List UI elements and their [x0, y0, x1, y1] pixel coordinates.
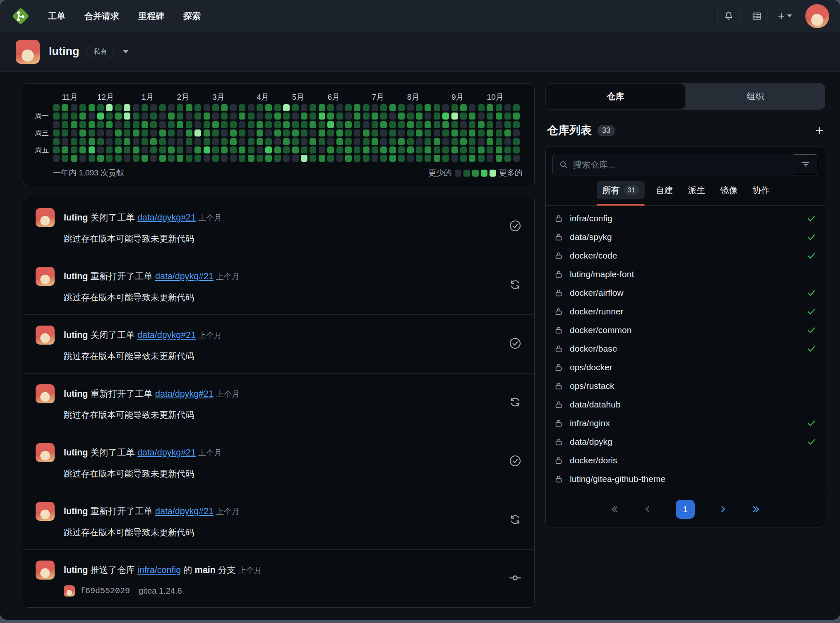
repo-row[interactable]: docker/doris	[546, 451, 825, 470]
filter-tab-镜像[interactable]: 镜像	[716, 181, 742, 199]
repo-row[interactable]: docker/code	[546, 246, 825, 265]
feed-user-link[interactable]: luting	[64, 271, 88, 281]
profile-dropdown-caret-icon[interactable]	[123, 50, 129, 53]
heatmap-cell	[142, 113, 148, 120]
feed-user-link[interactable]: luting	[64, 448, 88, 458]
pagination-first-button[interactable]	[610, 504, 619, 514]
heatmap-cell	[416, 113, 422, 120]
repo-row[interactable]: ops/docker	[546, 358, 825, 376]
feed-user-link[interactable]: luting	[64, 213, 88, 223]
feed-user-link[interactable]: luting	[64, 330, 88, 340]
heatmap-cell	[150, 138, 157, 145]
feed-user-link[interactable]: luting	[64, 389, 88, 399]
heatmap-cell	[416, 104, 422, 111]
heatmap-cell	[301, 138, 307, 145]
repo-row[interactable]: ops/rustack	[546, 376, 825, 395]
feed-target-link[interactable]: data/dpykg#21	[155, 506, 214, 516]
pagination-last-button[interactable]	[751, 504, 761, 514]
nav-link[interactable]: 合并请求	[84, 10, 119, 22]
filter-tab-派生[interactable]: 派生	[684, 181, 709, 199]
heatmap-cell	[504, 113, 511, 120]
repo-row[interactable]: docker/base	[546, 339, 825, 358]
heatmap-cell	[115, 138, 122, 145]
heatmap-cell	[301, 155, 307, 162]
heatmap-cell	[496, 155, 502, 162]
user-avatar[interactable]	[805, 4, 829, 28]
repo-row[interactable]: luting/maple-font	[546, 265, 825, 283]
pagination-prev-button[interactable]	[643, 504, 653, 514]
feed-user-link[interactable]: luting	[64, 565, 88, 575]
tab-organizations[interactable]: 组织	[686, 83, 825, 110]
repo-row[interactable]: docker/common	[546, 321, 825, 339]
heatmap-cell	[106, 129, 113, 137]
notifications-button[interactable]	[718, 5, 740, 27]
heatmap-cell	[434, 155, 440, 162]
feed-avatar[interactable]	[36, 267, 55, 286]
heatmap-cell	[89, 138, 95, 145]
filter-tab-所有[interactable]: 所有31	[597, 181, 645, 199]
feed-user-link[interactable]: luting	[64, 506, 88, 516]
filter-tab-自建[interactable]: 自建	[651, 181, 677, 199]
tab-repositories[interactable]: 仓库	[545, 83, 686, 110]
repo-search-input[interactable]	[573, 154, 794, 175]
create-new-button[interactable]: +	[774, 5, 796, 27]
feed-target-link[interactable]: infra/config	[137, 565, 181, 575]
feed-target-link[interactable]: data/dpykg#21	[137, 330, 196, 340]
feed-avatar[interactable]	[36, 208, 55, 227]
add-repo-button[interactable]: +	[815, 123, 823, 137]
repo-row[interactable]: luting/gitea-github-theme	[546, 470, 825, 488]
heatmap-cell	[62, 138, 68, 145]
feed-avatar[interactable]	[36, 502, 55, 521]
feed-avatar[interactable]	[36, 384, 55, 403]
nav-link[interactable]: 工单	[48, 10, 65, 22]
heatmap-cell	[186, 138, 192, 145]
heatmap-cell	[106, 138, 113, 145]
heatmap-cell	[204, 146, 210, 153]
commit-sha-link[interactable]: f69d552029	[80, 586, 130, 596]
feed-target-link[interactable]: data/dpykg#21	[137, 448, 196, 458]
repo-row[interactable]: docker/runner	[546, 302, 825, 321]
nav-link[interactable]: 探索	[183, 10, 201, 22]
repo-row[interactable]: docker/airflow	[546, 283, 825, 302]
heatmap-cell	[177, 104, 183, 111]
repo-row[interactable]: infra/config	[546, 209, 825, 228]
heatmap-cell	[310, 104, 316, 111]
heatmap-cell	[257, 104, 263, 111]
heatmap-cell	[265, 155, 272, 162]
repo-row[interactable]: data/dpykg	[546, 432, 825, 451]
heatmap-cell	[71, 146, 77, 153]
feed-avatar[interactable]	[36, 326, 55, 345]
pagination-next-button[interactable]	[718, 504, 728, 514]
heatmap-cell	[221, 121, 228, 128]
filter-tab-协作[interactable]: 协作	[748, 181, 774, 199]
repo-filter-button[interactable]	[794, 154, 818, 175]
heatmap-cell	[283, 113, 290, 120]
heatmap-month-label: 4月	[257, 92, 269, 103]
feed-avatar[interactable]	[36, 561, 55, 580]
feed-avatar[interactable]	[36, 443, 55, 462]
admin-panel-button[interactable]	[746, 5, 768, 27]
heatmap-cell	[389, 138, 396, 145]
check-icon	[806, 344, 816, 354]
heatmap-cell	[460, 104, 467, 111]
repo-row[interactable]: data/datahub	[546, 395, 825, 414]
heatmap-cell	[283, 121, 290, 128]
feed-target-link[interactable]: data/dpykg#21	[155, 389, 214, 399]
profile-avatar[interactable]	[16, 40, 40, 64]
nav-link[interactable]: 里程碑	[138, 10, 164, 22]
feed-target-link[interactable]: data/dpykg#21	[155, 271, 214, 281]
pagination-page-1[interactable]: 1	[676, 500, 695, 519]
profile-bar: luting 私有	[0, 32, 840, 72]
heatmap-cell	[398, 104, 405, 111]
repo-row[interactable]: data/spykg	[546, 228, 825, 246]
repo-row[interactable]: infra/nginx	[546, 414, 825, 432]
gitea-logo-icon[interactable]	[11, 6, 31, 26]
heatmap-cell	[142, 155, 148, 162]
heatmap-cell	[460, 138, 467, 145]
heatmap-day-label: 周五	[35, 146, 53, 153]
feed-item-title: luting 重新打开了工单 data/dpykg#21上个月	[36, 384, 497, 403]
feed-timestamp: 上个月	[216, 390, 240, 398]
heatmap-cell	[416, 121, 422, 128]
heatmap-cell	[469, 121, 475, 128]
feed-target-link[interactable]: data/dpykg#21	[137, 213, 196, 223]
